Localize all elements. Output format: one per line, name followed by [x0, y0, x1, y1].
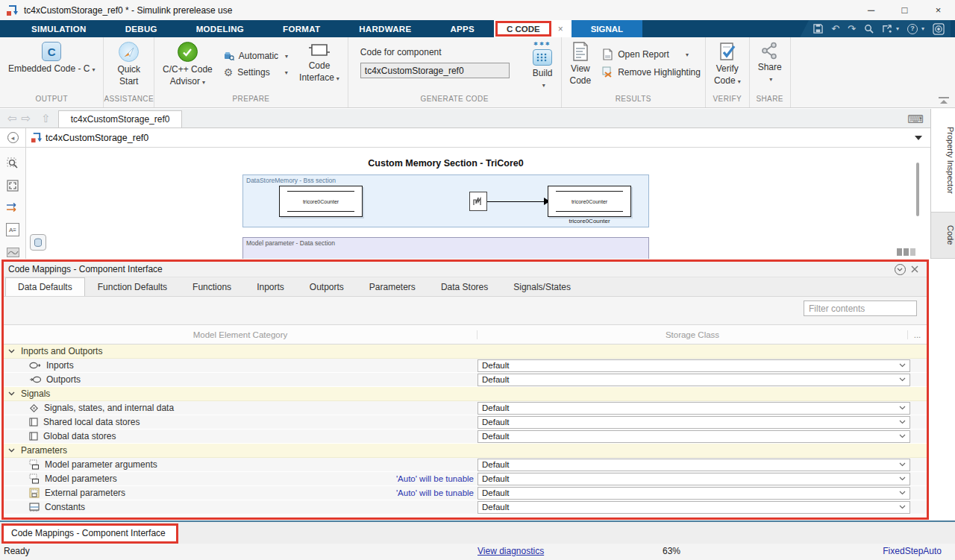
data-store-write-block[interactable]: tricore0Counter: [548, 186, 631, 217]
storage-class-dropdown[interactable]: Default: [478, 487, 910, 500]
storage-class-dropdown[interactable]: Default: [478, 459, 910, 471]
tab-c-code[interactable]: C CODE ×: [494, 20, 572, 37]
signal-lines-icon[interactable]: [6, 201, 19, 215]
export-dropdown-icon[interactable]: ▾: [896, 25, 899, 32]
code-advisor-button[interactable]: C/C++ CodeAdvisor▾: [159, 41, 216, 88]
breadcrumb[interactable]: tc4xCustomStorage_ref0: [26, 132, 148, 143]
table-row-model-parameters[interactable]: Model parameters 'Auto' will be tunable …: [4, 472, 927, 486]
scope-icon[interactable]: [6, 245, 19, 259]
forward-icon[interactable]: ⇨: [22, 112, 31, 125]
solver-name[interactable]: FixedStepAuto: [883, 546, 942, 556]
breadcrumb-dropdown-icon[interactable]: [915, 136, 922, 140]
redo-icon[interactable]: ↷: [848, 24, 856, 34]
record-icon[interactable]: [933, 23, 945, 35]
component-field[interactable]: [360, 63, 510, 78]
more-columns-button[interactable]: ...: [907, 330, 927, 339]
tab-property-inspector[interactable]: Property Inspector: [931, 109, 955, 213]
tab-outports[interactable]: Outports: [297, 277, 357, 296]
open-report-button[interactable]: Open Report ▾: [602, 48, 701, 60]
storage-class-dropdown[interactable]: Default: [478, 416, 910, 429]
embedded-code-button[interactable]: C Embedded Code - C▾: [4, 41, 98, 76]
tab-function-defaults[interactable]: Function Defaults: [85, 277, 180, 296]
code-interface-button[interactable]: CodeInterface▾: [295, 41, 343, 84]
table-row-global-data-stores[interactable]: Global data stores Default: [4, 430, 927, 444]
share-button[interactable]: Share ▾: [754, 41, 786, 84]
storage-class-dropdown[interactable]: Default: [478, 359, 910, 372]
maximize-button[interactable]: □: [888, 0, 921, 20]
tab-modeling[interactable]: MODELING: [177, 20, 263, 37]
build-button[interactable]: ✱✱✱ Build ▾: [529, 41, 557, 89]
help-icon[interactable]: ?: [907, 24, 918, 34]
tab-data-defaults[interactable]: Data Defaults: [5, 277, 85, 296]
group-row-inports-outports[interactable]: Inports and Outports: [4, 345, 927, 359]
undo-icon[interactable]: ↶: [831, 24, 839, 34]
tab-close-icon[interactable]: ×: [551, 24, 570, 34]
storage-class-dropdown[interactable]: Default: [478, 374, 910, 386]
table-row-inports[interactable]: Inports Default: [4, 359, 927, 373]
data-section-area[interactable]: Model parameter - Data section: [242, 237, 649, 259]
tab-simulation[interactable]: SIMULATION: [12, 20, 106, 37]
table-row-outports[interactable]: Outports Default: [4, 373, 927, 387]
document-tab[interactable]: tc4xCustomStorage_ref0: [58, 110, 183, 128]
tab-apps[interactable]: APPS: [430, 20, 494, 37]
table-row-constants[interactable]: Constants Default: [4, 500, 927, 515]
zoom-region-icon[interactable]: [6, 157, 19, 170]
back-icon[interactable]: ⇦: [7, 112, 17, 125]
keyboard-icon[interactable]: ⌨: [907, 113, 924, 126]
minimize-button[interactable]: ─: [854, 0, 888, 20]
column-model-element-category[interactable]: Model Element Category: [4, 330, 478, 339]
up-icon[interactable]: ⇧: [41, 112, 51, 125]
tab-format[interactable]: FORMAT: [263, 20, 339, 37]
table-row-external-parameters[interactable]: External parameters 'Auto' will be tunab…: [4, 486, 927, 500]
canvas-vertical-scrollbar[interactable]: [916, 163, 919, 216]
bss-section-area[interactable]: DataStoreMemory - Bss section tricore0Co…: [242, 174, 649, 227]
group-row-signals[interactable]: Signals: [4, 387, 927, 401]
code-mappings-bottom-tab[interactable]: Code Mappings - Component Interface: [1, 523, 178, 544]
panel-close-icon[interactable]: [907, 265, 922, 273]
settings-button[interactable]: ⚙ Settings ▾: [224, 67, 288, 78]
signal-wire[interactable]: [487, 201, 545, 203]
storage-class-dropdown[interactable]: Default: [478, 402, 910, 415]
view-code-button[interactable]: ViewCode: [566, 41, 595, 87]
annotation-icon[interactable]: A≡: [6, 223, 19, 236]
close-button[interactable]: ×: [921, 0, 955, 20]
verify-code-button[interactable]: VerifyCode▾: [710, 41, 745, 87]
data-store-memory-block[interactable]: tricore0Counter: [279, 186, 363, 217]
explorer-bar-toggle-icon[interactable]: ◂: [7, 132, 19, 143]
tab-code[interactable]: Code: [931, 213, 955, 259]
remove-highlighting-button[interactable]: Remove Highlighting: [602, 66, 701, 78]
model-canvas[interactable]: A≡ Custom Memory Section - TriCore0 Data…: [0, 148, 930, 259]
tab-inports[interactable]: Inports: [244, 277, 297, 296]
dock-icon[interactable]: [892, 264, 907, 275]
tab-functions[interactable]: Functions: [180, 277, 244, 296]
collapse-chevron-icon[interactable]: [8, 448, 15, 453]
tab-data-stores[interactable]: Data Stores: [428, 277, 501, 296]
tab-parameters[interactable]: Parameters: [357, 277, 428, 296]
automatic-button[interactable]: Automatic ▾: [224, 51, 288, 61]
export-icon[interactable]: [882, 24, 892, 34]
table-row-signals-states[interactable]: Signals, states, and internal data Defau…: [4, 401, 927, 415]
tab-signal[interactable]: SIGNAL: [572, 20, 642, 37]
tab-signals-states[interactable]: Signals/States: [501, 277, 583, 296]
storage-class-dropdown[interactable]: Default: [478, 430, 910, 443]
signal-source-block[interactable]: [469, 192, 487, 211]
view-diagnostics-link[interactable]: View diagnostics: [478, 546, 544, 556]
search-icon[interactable]: [864, 24, 874, 34]
fit-to-view-icon[interactable]: [6, 179, 19, 192]
panel-layout-icons[interactable]: [897, 248, 915, 256]
storage-class-dropdown[interactable]: Default: [478, 473, 910, 485]
table-row-model-parameter-arguments[interactable]: Model parameter arguments Default: [4, 458, 927, 472]
table-row-shared-local-data-stores[interactable]: Shared local data stores Default: [4, 415, 927, 430]
collapse-chevron-icon[interactable]: [8, 349, 15, 353]
column-storage-class[interactable]: Storage Class: [478, 330, 907, 339]
filter-input[interactable]: [804, 301, 917, 316]
collapse-ribbon-icon[interactable]: [937, 96, 951, 105]
storage-class-dropdown[interactable]: Default: [478, 501, 910, 514]
quick-start-button[interactable]: QuickStart: [113, 41, 144, 88]
help-dropdown-icon[interactable]: ▾: [921, 25, 924, 32]
data-store-badge-button[interactable]: [30, 234, 46, 251]
collapse-chevron-icon[interactable]: [8, 391, 15, 396]
save-icon[interactable]: [813, 24, 823, 34]
tab-debug[interactable]: DEBUG: [106, 20, 177, 37]
tab-hardware[interactable]: HARDWARE: [339, 20, 430, 37]
